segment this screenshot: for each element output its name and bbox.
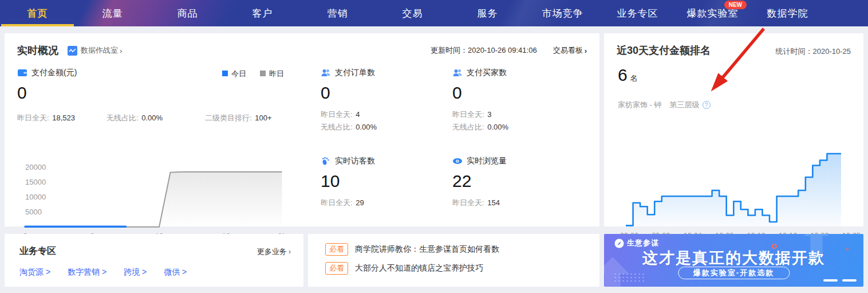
trade-board-label: 交易看板 — [553, 45, 583, 56]
realtime-visitors-block: 实时访客数 10 昨日全天: 29 — [321, 156, 441, 208]
users-icon — [452, 68, 463, 78]
wave-chart-icon — [68, 46, 77, 56]
more-business-label: 更多业务 — [257, 247, 287, 257]
nav-item-business-zone[interactable]: 业务专区 — [600, 0, 675, 26]
carousel-dash[interactable] — [842, 279, 857, 282]
business-zone-title: 业务专区 — [19, 245, 56, 257]
must-read-badge: 必看 — [325, 243, 348, 256]
stat-value: 0.00% — [141, 114, 163, 122]
svg-text:15000: 15000 — [25, 178, 46, 186]
nav-label: 客户 — [252, 7, 273, 20]
nav-label: 服务 — [478, 7, 498, 20]
link-digital-marketing[interactable]: 数字营销 > — [68, 267, 106, 278]
legend-yesterday-label: 昨日 — [269, 69, 284, 78]
link-cross-border[interactable]: 跨境 > — [124, 267, 147, 278]
users-icon — [321, 68, 331, 78]
pay-buyers-label: 支付买家数 — [467, 68, 507, 78]
nav-item-marketing[interactable]: 营销 — [300, 0, 375, 26]
chevron-right-icon: › — [585, 46, 587, 55]
nav-label: 市场竞争 — [542, 7, 583, 20]
banner-subtitle-pill[interactable]: 爆款实验室-开款选款 — [678, 267, 790, 279]
nav-item-service[interactable]: 服务 — [450, 0, 525, 26]
chevron-right-icon: › — [289, 247, 291, 256]
legend-yesterday-swatch — [260, 71, 266, 76]
rank-step-chart — [617, 147, 854, 231]
red-ring-decoration — [772, 244, 777, 249]
news-card: 必看 商学院讲师教你：生意参谋首页如何看数 必看 大部分人不知道的镇店之宝养护技… — [308, 234, 599, 287]
pageviews-label: 实时浏览量 — [467, 156, 507, 166]
svg-text:5000: 5000 — [25, 208, 42, 216]
visitors-label: 实时访客数 — [335, 156, 375, 166]
nav-label: 业务专区 — [617, 7, 658, 20]
pay-orders-block: 支付订单数 0 昨日全天: 4 无线占比: 0.00% — [321, 68, 441, 132]
visitors-value: 10 — [321, 171, 441, 191]
pay-buyers-block: 支付买家数 0 昨日全天: 3 无线占比: 0.00% — [452, 68, 584, 132]
svg-text:10000: 10000 — [25, 193, 46, 201]
link-weigong[interactable]: 微供 > — [164, 267, 187, 278]
nav-label: 数据学院 — [767, 7, 808, 20]
pay-orders-value: 0 — [321, 83, 441, 103]
nav-item-traffic[interactable]: 流量 — [75, 0, 150, 26]
nav-item-hot-lab[interactable]: 爆款实验室 NEW — [675, 0, 750, 26]
rank-level: 第三层级 — [670, 100, 700, 110]
trade-board-link[interactable]: 交易看板 › — [553, 45, 587, 56]
stat-label: 昨日全天: — [17, 114, 49, 122]
rank-card-title: 近30天支付金额排名 — [617, 44, 711, 57]
chevron-right-icon: › — [120, 46, 122, 55]
stat-label: 二级类目排行: — [205, 114, 252, 122]
news-item[interactable]: 必看 商学院讲师教你：生意参谋首页如何看数 — [325, 243, 588, 256]
realtime-card-title: 实时概况 — [17, 44, 58, 57]
pay-amount-block: 支付金额(元) 今日 昨日 0 昨日全天: 18,523 无线占比: 0.00%… — [17, 68, 284, 123]
banner-title: 这才是真正的大数据开款 — [604, 248, 863, 268]
carousel-dash[interactable] — [823, 279, 838, 282]
compass-logo-icon — [614, 239, 624, 248]
nav-label: 首页 — [27, 7, 48, 20]
legend-today-label: 今日 — [231, 69, 246, 78]
rank-value: 6 — [618, 65, 628, 85]
stat-value: 3 — [487, 110, 491, 119]
legend-today-swatch — [222, 71, 228, 76]
nav-item-products[interactable]: 商品 — [150, 0, 225, 26]
help-icon[interactable]: ? — [703, 101, 711, 109]
chart-legend: 今日 昨日 — [222, 69, 284, 79]
new-badge: NEW — [724, 1, 747, 9]
news-item-title: 大部分人不知道的镇店之宝养护技巧 — [355, 263, 483, 274]
carousel-indicator — [823, 279, 857, 282]
stat-value: 0.00% — [487, 123, 508, 131]
stat-label: 昨日全天: — [452, 110, 484, 119]
promo-banner[interactable]: 生意参谋 这才是真正的大数据开款 爆款实验室-开款选款 — [604, 234, 863, 287]
nav-item-trade[interactable]: 交易 — [375, 0, 450, 26]
stat-label: 无线占比: — [321, 123, 353, 131]
business-zone-card: 业务专区 更多业务 › 淘货源 > 数字营销 > 跨境 > 微供 > — [5, 234, 303, 287]
pay-orders-label: 支付订单数 — [335, 68, 375, 78]
wallet-icon — [17, 68, 27, 78]
red-dot-decoration — [846, 248, 849, 251]
nav-item-data-academy[interactable]: 数据学院 — [750, 0, 825, 26]
nav-item-home[interactable]: 首页 — [0, 0, 75, 26]
pay-buyers-value: 0 — [452, 83, 584, 103]
stat-value: 100+ — [255, 114, 271, 122]
sycm-logo-text: 生意参谋 — [627, 238, 659, 248]
stat-label: 无线占比: — [452, 123, 484, 131]
news-item[interactable]: 必看 大部分人不知道的镇店之宝养护技巧 — [325, 262, 588, 275]
stat-label: 昨日全天: — [452, 198, 484, 207]
stat-value: 18,523 — [52, 114, 75, 122]
nav-item-market-competition[interactable]: 市场竞争 — [525, 0, 600, 26]
must-read-badge: 必看 — [325, 262, 348, 275]
pay-amount-label: 支付金额(元) — [31, 68, 77, 78]
realtime-pageviews-block: 实时浏览量 22 昨日全天: 154 — [452, 156, 584, 208]
stat-value: 4 — [356, 110, 360, 119]
data-war-room-link[interactable]: 数据作战室 › — [68, 45, 122, 56]
footprint-icon — [321, 156, 331, 166]
data-war-room-label: 数据作战室 — [81, 45, 118, 56]
rank-unit: 名 — [630, 73, 638, 84]
rank-category: 家纺家饰 - 钟 — [618, 100, 662, 110]
nav-item-customers[interactable]: 客户 — [225, 0, 300, 26]
dots-decoration — [613, 272, 644, 283]
pageviews-value: 22 — [452, 171, 584, 191]
more-business-link[interactable]: 更多业务 › — [257, 247, 291, 257]
rank-stat-time: 统计时间：2020-10-25 — [776, 46, 851, 57]
sycm-logo: 生意参谋 — [614, 238, 659, 248]
pay-amount-value: 0 — [17, 83, 284, 103]
link-taohuoyuan[interactable]: 淘货源 > — [19, 267, 50, 278]
